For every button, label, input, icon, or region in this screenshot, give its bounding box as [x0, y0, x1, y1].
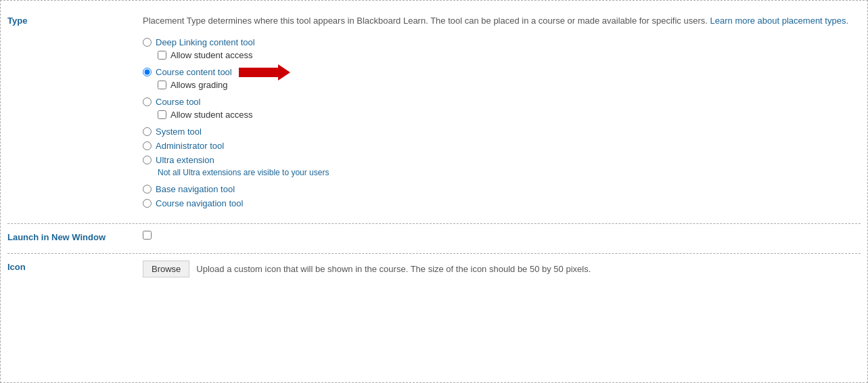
launch-content [143, 231, 861, 242]
ultra-extension-label[interactable]: Ultra extension [156, 155, 214, 165]
system-tool-group: System tool [143, 127, 861, 137]
ultra-extension-radio[interactable] [143, 156, 152, 164]
course-navigation-radio[interactable] [143, 199, 152, 208]
deep-linking-group: Deep Linking content tool Allow student … [143, 37, 861, 60]
course-content-group: Course content tool Allows grading [143, 67, 861, 91]
deep-linking-radio-item: Deep Linking content tool [143, 37, 861, 47]
launch-label-text: Launch in New Window [7, 232, 106, 242]
allow-student-deep-checkbox[interactable] [158, 51, 166, 60]
base-navigation-radio-item: Base navigation tool [143, 184, 861, 194]
base-navigation-radio[interactable] [143, 185, 152, 194]
system-tool-radio[interactable] [143, 127, 152, 136]
allow-student-course-label[interactable]: Allow student access [170, 110, 252, 120]
course-content-radio[interactable] [143, 68, 152, 76]
icon-description: Upload a custom icon that will be shown … [196, 264, 591, 274]
allows-grading-checkbox[interactable] [158, 81, 166, 89]
icon-row: Icon Browse Upload a custom icon that wi… [7, 261, 861, 277]
base-navigation-label[interactable]: Base navigation tool [156, 184, 235, 194]
allows-grading-label[interactable]: Allows grading [170, 80, 228, 90]
allow-student-course-checkbox-item: Allow student access [158, 110, 861, 120]
course-navigation-group: Course navigation tool [143, 198, 861, 208]
administrator-tool-group: Administrator tool [143, 141, 861, 151]
course-content-label[interactable]: Course content tool [156, 67, 232, 77]
type-label: Type [7, 14, 143, 212]
system-tool-label[interactable]: System tool [156, 127, 202, 137]
launch-row: Launch in New Window [7, 231, 861, 242]
form-container: Type Placement Type determines where thi… [0, 0, 868, 383]
course-tool-radio-item: Course tool [143, 97, 861, 107]
allow-student-access-deep-checkbox-item: Allow student access [158, 50, 861, 60]
base-navigation-group: Base navigation tool [143, 184, 861, 194]
administrator-tool-radio[interactable] [143, 141, 152, 150]
ultra-extension-group: Ultra extension Not all Ultra extensions… [143, 155, 861, 177]
system-tool-radio-item: System tool [143, 127, 861, 137]
type-row: Type Placement Type determines where thi… [7, 14, 861, 212]
icon-content: Browse Upload a custom icon that will be… [143, 261, 861, 277]
course-tool-label[interactable]: Course tool [156, 97, 200, 107]
arrow-body [239, 68, 279, 77]
allows-grading-checkbox-item: Allows grading [158, 80, 861, 90]
learn-more-link[interactable]: Learn more about placement types. [710, 16, 849, 26]
ultra-extension-radio-item: Ultra extension [143, 155, 861, 165]
allow-student-course-checkbox[interactable] [158, 110, 166, 119]
administrator-tool-label[interactable]: Administrator tool [156, 141, 224, 151]
red-arrow-indicator [239, 67, 279, 78]
browse-button[interactable]: Browse [143, 261, 189, 277]
deep-linking-radio[interactable] [143, 38, 152, 47]
course-tool-radio[interactable] [143, 97, 152, 106]
launch-label: Launch in New Window [7, 231, 143, 242]
allow-student-deep-label[interactable]: Allow student access [170, 50, 252, 60]
course-navigation-label[interactable]: Course navigation tool [156, 198, 243, 208]
type-content: Placement Type determines where this too… [143, 14, 861, 212]
launch-new-window-checkbox[interactable] [143, 231, 152, 240]
type-description: Placement Type determines where this too… [143, 14, 861, 28]
administrator-tool-radio-item: Administrator tool [143, 141, 861, 151]
divider-2 [7, 253, 861, 254]
divider-1 [7, 223, 861, 224]
course-content-radio-item: Course content tool [143, 67, 861, 78]
course-tool-group: Course tool Allow student access [143, 97, 861, 120]
deep-linking-label[interactable]: Deep Linking content tool [156, 37, 255, 47]
course-navigation-radio-item: Course navigation tool [143, 198, 861, 208]
icon-label-text: Icon [7, 262, 26, 272]
icon-label: Icon [7, 261, 143, 277]
ultra-extension-note: Not all Ultra extensions are visible to … [158, 168, 861, 177]
